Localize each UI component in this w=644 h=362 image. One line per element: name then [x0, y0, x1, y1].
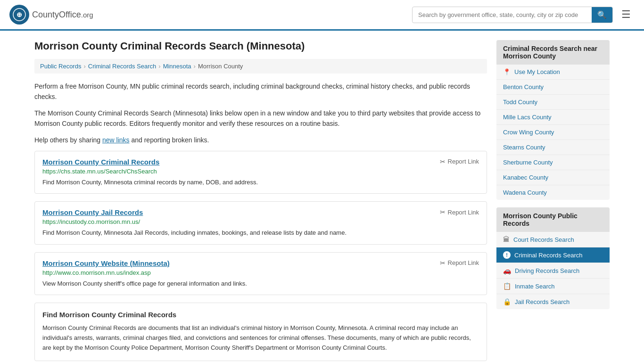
- search-icon: 🔍: [597, 11, 607, 19]
- sidebar-item-kanabec[interactable]: Kanabec County: [496, 170, 610, 185]
- sidebar-item-crow-wing[interactable]: Crow Wing County: [496, 125, 610, 140]
- menu-button[interactable]: ☰: [618, 7, 635, 23]
- nearby-section: Criminal Records Search near Morrison Co…: [496, 40, 610, 200]
- sidebar-item-criminal-records[interactable]: ! Criminal Records Search: [496, 247, 610, 263]
- breadcrumb: Public Records › Criminal Records Search…: [34, 59, 487, 74]
- content-area: Morrison County Criminal Records Search …: [34, 40, 487, 361]
- sidebar-item-jail-records[interactable]: 🔒 Jail Records Search: [496, 294, 610, 309]
- logo-area: ⊕ CountyOffice.org: [9, 5, 93, 25]
- search-button[interactable]: 🔍: [592, 7, 612, 23]
- report-label-0: Report Link: [448, 158, 479, 165]
- result-desc-0: Find Morrison County, Minnesota criminal…: [42, 178, 479, 187]
- result-header-1: Morrison County Jail Records ✂ Report Li…: [42, 208, 479, 216]
- crow-wing-county-link[interactable]: Crow Wing County: [503, 129, 554, 136]
- sidebar-item-benton[interactable]: Benton County: [496, 80, 610, 95]
- result-desc-2: View Morrison County sheriff's office pa…: [42, 279, 479, 288]
- breadcrumb-sep-1: ›: [83, 63, 85, 70]
- court-records-link[interactable]: Court Records Search: [513, 236, 574, 243]
- driving-records-link[interactable]: Driving Records Search: [515, 267, 579, 274]
- sidebar-item-driving-records[interactable]: 🚗 Driving Records Search: [496, 263, 610, 279]
- criminal-records-icon: !: [503, 251, 511, 259]
- result-card-2: Morrison County Website (Minnesota) ✂ Re…: [34, 252, 487, 296]
- breadcrumb-criminal-records[interactable]: Criminal Records Search: [88, 63, 157, 70]
- result-header-2: Morrison County Website (Minnesota) ✂ Re…: [42, 259, 479, 267]
- report-link-1[interactable]: ✂ Report Link: [440, 208, 479, 216]
- report-icon-1: ✂: [440, 208, 446, 216]
- stearns-county-link[interactable]: Stearns County: [503, 144, 545, 151]
- result-url-2[interactable]: http://www.co.morrison.mn.us/index.asp: [42, 269, 479, 276]
- hamburger-icon: ☰: [621, 8, 631, 20]
- inmate-search-icon: 📋: [503, 282, 511, 290]
- report-icon-2: ✂: [440, 259, 446, 267]
- result-title-2[interactable]: Morrison County Website (Minnesota): [42, 259, 170, 267]
- wadena-county-link[interactable]: Wadena County: [503, 189, 547, 196]
- desc3-post: and reporting broken links.: [130, 136, 209, 144]
- sidebar-item-stearns[interactable]: Stearns County: [496, 140, 610, 155]
- todd-county-link[interactable]: Todd County: [503, 99, 537, 106]
- driving-records-icon: 🚗: [503, 267, 511, 274]
- sidebar-item-sherburne[interactable]: Sherburne County: [496, 155, 610, 170]
- kanabec-county-link[interactable]: Kanabec County: [503, 174, 548, 181]
- breadcrumb-morrison: Morrison County: [198, 63, 243, 70]
- find-section-desc: Morrison County Criminal Records are doc…: [42, 323, 479, 353]
- breadcrumb-minnesota[interactable]: Minnesota: [163, 63, 191, 70]
- public-records-section: Morrison County Public Records 🏛 Court R…: [496, 207, 610, 309]
- find-section-title: Find Morrison County Criminal Records: [42, 311, 479, 319]
- report-label-2: Report Link: [448, 259, 479, 266]
- result-url-1[interactable]: https://incustody.co.morrison.mn.us/: [42, 218, 479, 225]
- desc3-pre: Help others by sharing: [34, 136, 102, 144]
- desc-paragraph-1: Perform a free Morrison County, MN publi…: [34, 81, 487, 102]
- svg-text:⊕: ⊕: [17, 11, 22, 18]
- jail-records-link[interactable]: Jail Records Search: [515, 298, 570, 305]
- search-bar: 🔍: [412, 7, 613, 23]
- find-section: Find Morrison County Criminal Records Mo…: [34, 303, 487, 361]
- report-icon-0: ✂: [440, 158, 446, 165]
- sidebar-item-court-records[interactable]: 🏛 Court Records Search: [496, 232, 610, 247]
- logo-name: CountyOffice: [32, 10, 81, 19]
- report-link-0[interactable]: ✂ Report Link: [440, 158, 479, 165]
- public-records-header: Morrison County Public Records: [496, 207, 610, 232]
- new-links-link[interactable]: new links: [102, 136, 130, 144]
- result-card-0: Morrison County Criminal Records ✂ Repor…: [34, 151, 487, 194]
- search-input[interactable]: [413, 8, 592, 22]
- inmate-search-link[interactable]: Inmate Search: [515, 283, 555, 290]
- breadcrumb-sep-2: ›: [158, 63, 160, 70]
- benton-county-link[interactable]: Benton County: [503, 83, 544, 90]
- result-title-0[interactable]: Morrison County Criminal Records: [42, 158, 159, 166]
- main-container: Morrison County Criminal Records Search …: [25, 31, 619, 362]
- desc-paragraph-3: Help others by sharing new links and rep…: [34, 135, 487, 145]
- sidebar-item-todd[interactable]: Todd County: [496, 95, 610, 110]
- result-card-1: Morrison County Jail Records ✂ Report Li…: [34, 201, 487, 245]
- sidebar-item-inmate-search[interactable]: 📋 Inmate Search: [496, 279, 610, 294]
- report-label-1: Report Link: [448, 209, 479, 216]
- court-records-icon: 🏛: [503, 236, 510, 243]
- logo-icon: ⊕: [9, 5, 29, 25]
- sidebar-item-wadena[interactable]: Wadena County: [496, 185, 610, 200]
- breadcrumb-sep-3: ›: [194, 63, 196, 70]
- use-my-location-link[interactable]: Use My Location: [514, 68, 560, 75]
- sidebar-item-mille-lacs[interactable]: Mille Lacs County: [496, 110, 610, 125]
- logo-text: CountyOffice.org: [32, 10, 93, 20]
- report-link-2[interactable]: ✂ Report Link: [440, 259, 479, 267]
- page-title: Morrison County Criminal Records Search …: [34, 40, 487, 52]
- result-url-0[interactable]: https://chs.state.mn.us/Search/ChsSearch: [42, 168, 479, 175]
- header-right: 🔍 ☰: [412, 7, 635, 23]
- criminal-records-label: Criminal Records Search: [514, 252, 583, 259]
- breadcrumb-public-records[interactable]: Public Records: [40, 63, 81, 70]
- location-pin-icon: 📍: [503, 68, 511, 75]
- result-desc-1: Find Morrison County, Minnesota Jail Rec…: [42, 228, 479, 238]
- mille-lacs-county-link[interactable]: Mille Lacs County: [503, 114, 552, 121]
- sherburne-county-link[interactable]: Sherburne County: [503, 159, 553, 166]
- header: ⊕ CountyOffice.org 🔍 ☰: [0, 0, 644, 31]
- desc-paragraph-2: The Morrison County Criminal Records Sea…: [34, 108, 487, 129]
- sidebar: Criminal Records Search near Morrison Co…: [496, 40, 610, 361]
- result-title-1[interactable]: Morrison County Jail Records: [42, 208, 143, 216]
- nearby-section-header: Criminal Records Search near Morrison Co…: [496, 40, 610, 65]
- logo-suffix: .org: [81, 11, 93, 19]
- use-my-location-item[interactable]: 📍 Use My Location: [496, 65, 610, 80]
- result-header-0: Morrison County Criminal Records ✂ Repor…: [42, 158, 479, 166]
- jail-records-icon: 🔒: [503, 298, 511, 305]
